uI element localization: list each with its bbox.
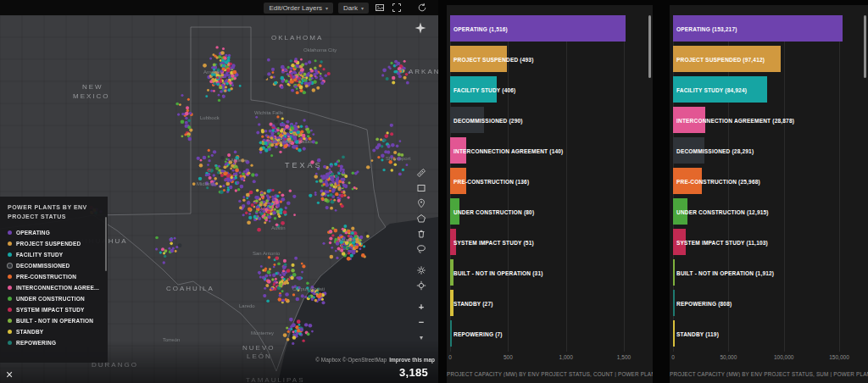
bar-label: INTERCONNECTION AGREEMENT (140) <box>453 147 563 153</box>
bar-row[interactable]: BUILT - NOT IN OPERATION (31) <box>450 259 653 286</box>
legend-item[interactable]: SYSTEM IMPACT STUDY <box>8 304 101 315</box>
bar-row[interactable]: FACILITY STUDY (84,924) <box>673 76 868 103</box>
bar-label: PRE-CONSTRUCTION (25,968) <box>676 178 760 184</box>
axis-tick-label: 50,000 <box>720 354 737 360</box>
axis-tick-label: 0 <box>448 354 452 360</box>
bar-label: REPOWERING (7) <box>453 330 503 336</box>
legend-item[interactable]: BUILT - NOT IN OPERATION <box>8 315 101 326</box>
bar-row[interactable]: BUILT - NOT IN OPERATION (1,912) <box>673 259 868 286</box>
bar-label: FACILITY STUDY (84,924) <box>676 86 747 92</box>
bar-row[interactable]: DECOMMISSIONED (28,291) <box>673 137 868 164</box>
locate-icon[interactable] <box>415 279 428 292</box>
lasso-icon[interactable] <box>415 242 428 256</box>
bar-row[interactable]: PROJECT SUSPENDED (493) <box>450 46 653 72</box>
delete-icon[interactable] <box>415 227 428 241</box>
legend-item[interactable]: DECOMMISSIONED <box>8 260 101 271</box>
edit-order-layers-label: Edit/Order Layers <box>269 4 322 12</box>
bar-row[interactable]: OPERATING (1,516) <box>450 15 653 42</box>
bar-row[interactable]: DECOMMISSIONED (290) <box>450 107 653 133</box>
legend-color-dot <box>8 264 12 268</box>
bar-label: STANDBY (27) <box>453 300 493 306</box>
bar[interactable] <box>450 320 452 347</box>
bar-row[interactable]: OPERATING (153,217) <box>673 15 868 42</box>
map-viewport[interactable]: OKLAHOMAARKANSASNEWMEXICOTEXASCHIHUAHUAC… <box>0 15 438 383</box>
bar-label: INTERCONNECTION AGREEMENT (28,878) <box>676 117 794 123</box>
bar-row[interactable]: INTERCONNECTION AGREEMENT (28,878) <box>673 107 868 133</box>
chart-scrollbar[interactable] <box>864 15 866 78</box>
chart-sum-panel: OPERATING (153,217)PROJECT SUSPENDED (97… <box>670 5 868 383</box>
draw-point-icon[interactable] <box>415 197 428 210</box>
legend-color-dot <box>8 308 12 312</box>
legend-item[interactable]: OPERATING <box>8 227 101 238</box>
bar-label: REPOWERING (808) <box>676 300 732 306</box>
bar[interactable] <box>673 259 675 286</box>
export-image-icon[interactable] <box>374 2 386 14</box>
bar-label: DECOMMISSIONED (28,291) <box>676 147 754 153</box>
close-button[interactable]: × <box>6 369 13 380</box>
map-legend: POWER PLANTS BY ENV PROJECT STATUS OPERA… <box>0 197 108 363</box>
bar-row[interactable]: SYSTEM IMPACT STUDY (51) <box>450 229 653 255</box>
improve-map-link[interactable]: Improve this map <box>389 357 435 363</box>
measure-icon[interactable] <box>415 166 428 180</box>
fullscreen-icon[interactable] <box>391 2 403 14</box>
legend-item[interactable]: UNDER CONSTRUCTION <box>8 293 101 304</box>
bar-row[interactable]: REPOWERING (808) <box>673 290 868 316</box>
bar-row[interactable]: UNDER CONSTRUCTION (12,915) <box>673 198 868 225</box>
legend-item-label: SYSTEM IMPACT STUDY <box>16 307 85 313</box>
bar-label: DECOMMISSIONED (290) <box>453 117 523 123</box>
bar-label: UNDER CONSTRUCTION (80) <box>453 208 534 214</box>
draw-rectangle-icon[interactable] <box>415 181 428 195</box>
map-tools-toolbar: +−▾ <box>415 166 428 344</box>
legend-color-dot <box>8 341 12 345</box>
legend-item-label: BUILT - NOT IN OPERATION <box>16 318 93 324</box>
bar-row[interactable]: PRE-CONSTRUCTION (25,968) <box>673 168 868 194</box>
bar-row[interactable]: STANDBY (27) <box>450 290 653 316</box>
collapse-toolbar-button[interactable]: ▾ <box>415 330 428 344</box>
chart-count-panel: OPERATING (1,516)PROJECT SUSPENDED (493)… <box>447 5 653 383</box>
edit-order-layers-button[interactable]: Edit/Order Layers ▾ <box>264 3 333 14</box>
legend-item-label: OPERATING <box>16 230 50 236</box>
axis-tick-label: 100,000 <box>774 354 794 360</box>
legend-item[interactable]: PRE-CONSTRUCTION <box>8 271 101 282</box>
axis-tick-label: 0 <box>671 354 675 360</box>
bar-label: BUILT - NOT IN OPERATION (1,912) <box>676 269 774 275</box>
bar[interactable] <box>673 290 675 316</box>
legend-item-label: FACILITY STUDY <box>16 252 63 258</box>
bar-row[interactable]: SYSTEM IMPACT STUDY (11,103) <box>673 229 868 255</box>
chart-caption: PROJECT CAPACITY (MW) BY ENV PROJECT STA… <box>670 371 868 377</box>
draw-polygon-icon[interactable] <box>415 212 428 225</box>
legend-color-dot <box>8 253 12 257</box>
bar-row[interactable]: REPOWERING (7) <box>450 320 653 347</box>
bar-row[interactable]: INTERCONNECTION AGREEMENT (140) <box>450 137 653 164</box>
bar-label: OPERATING (1,516) <box>453 25 508 31</box>
legend-item[interactable]: STANDBY <box>8 326 101 337</box>
bar-row[interactable]: PROJECT SUSPENDED (97,412) <box>673 46 868 72</box>
settings-icon[interactable] <box>415 264 428 277</box>
zoom-in-button[interactable]: + <box>415 300 428 314</box>
chart-plot: OPERATING (153,217)PROJECT SUSPENDED (97… <box>670 15 868 352</box>
legend-item[interactable]: FACILITY STUDY <box>8 249 101 260</box>
basemap-label: Dark <box>343 4 358 12</box>
legend-item[interactable]: INTERCONNECTION AGREE... <box>8 282 101 293</box>
bar-row[interactable]: STANDBY (119) <box>673 320 868 347</box>
legend-title-line2: PROJECT STATUS <box>8 213 101 222</box>
effects-icon[interactable] <box>415 22 426 34</box>
legend-item[interactable]: REPOWERING <box>8 337 101 348</box>
bar-row[interactable]: UNDER CONSTRUCTION (80) <box>450 198 653 225</box>
chart-plot: OPERATING (1,516)PROJECT SUSPENDED (493)… <box>447 15 653 352</box>
chart-scrollbar[interactable] <box>648 15 651 78</box>
legend-list: OPERATINGPROJECT SUSPENDEDFACILITY STUDY… <box>8 227 101 348</box>
legend-title-line1: POWER PLANTS BY ENV <box>8 203 101 213</box>
legend-scrollbar[interactable] <box>105 217 107 271</box>
zoom-out-button[interactable]: − <box>415 315 428 329</box>
refresh-icon[interactable] <box>416 2 428 14</box>
map-toolbar: Edit/Order Layers ▾ Dark ▾ <box>0 0 438 15</box>
bar[interactable] <box>673 320 675 347</box>
basemap-select[interactable]: Dark ▾ <box>338 3 369 14</box>
bar-row[interactable]: FACILITY STUDY (406) <box>450 76 653 103</box>
bar-label: OPERATING (153,217) <box>676 25 737 31</box>
bar-row[interactable]: PRE-CONSTRUCTION (136) <box>450 168 653 194</box>
legend-color-dot <box>8 230 12 235</box>
legend-color-dot <box>8 275 12 279</box>
legend-item[interactable]: PROJECT SUSPENDED <box>8 238 101 249</box>
